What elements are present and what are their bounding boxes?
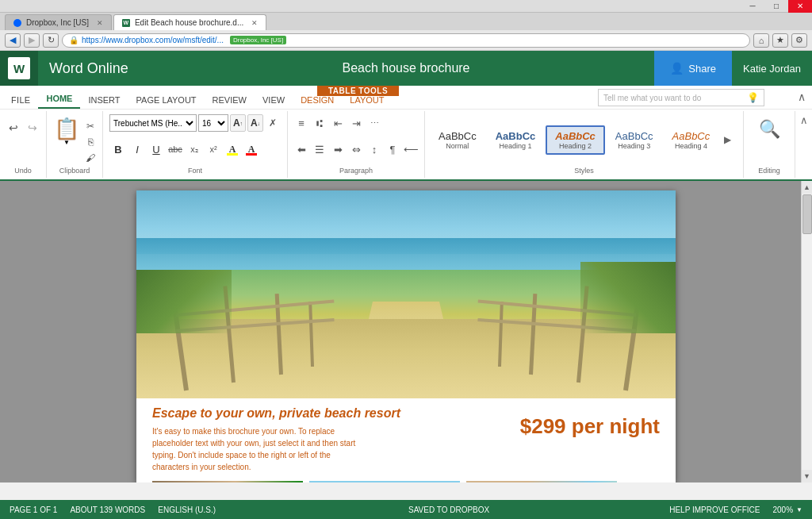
home-btn[interactable]: ⌂ <box>753 33 769 48</box>
bold-btn[interactable]: B <box>109 140 127 158</box>
cut-btn[interactable]: ✂ <box>83 119 98 133</box>
justify-btn[interactable]: ⇔ <box>347 140 365 158</box>
bullet-list-btn[interactable]: ≡ <box>293 114 310 132</box>
help-improve: HELP IMPROVE OFFICE <box>669 506 772 514</box>
tab-close-edit[interactable]: ✕ <box>251 19 258 27</box>
doc-content: Escape to your own, private beach resort… <box>136 398 676 481</box>
line-spacing-btn[interactable]: ↕ <box>366 140 383 158</box>
doc-page: Escape to your own, private beach resort… <box>136 190 676 482</box>
style-normal[interactable]: AaBbCc Normal <box>430 126 485 154</box>
copy-btn[interactable]: ⎘ <box>83 135 98 149</box>
browser-tab-edit[interactable]: W Edit Beach house brochure.d... ✕ <box>113 14 266 30</box>
zoom-control[interactable]: 200% ▼ <box>773 506 803 514</box>
tab-tools-label: TABLE TOOLS <box>317 86 399 96</box>
align-center-btn[interactable]: ☰ <box>311 140 328 158</box>
star-btn[interactable]: ★ <box>772 33 788 48</box>
style-h4[interactable]: AaBbCc Heading 4 <box>664 126 719 154</box>
find-btn[interactable]: 🔍 <box>759 119 780 140</box>
strikethrough-btn[interactable]: abc <box>167 140 184 158</box>
refresh-btn[interactable]: ↻ <box>43 33 59 48</box>
thumbnail-2 <box>309 481 460 482</box>
align-left-btn[interactable]: ⬅ <box>293 140 310 158</box>
user-name: Katie Jordan <box>732 63 812 75</box>
decrease-font-btn[interactable]: A↓ <box>247 114 263 132</box>
numbered-list-btn[interactable]: ⑆ <box>311 114 328 132</box>
tab-insert[interactable]: INSERT <box>80 91 128 109</box>
share-button[interactable]: 👤 Share <box>654 51 732 86</box>
maximize-btn[interactable]: □ <box>764 0 788 13</box>
more-list-btn[interactable]: ⋯ <box>366 114 383 132</box>
clear-format-btn[interactable]: ✗ <box>265 114 281 132</box>
save-status: SAVED TO DROPBOX <box>408 506 489 514</box>
undo-group-label: Undo <box>14 167 32 175</box>
doc-area: ▲ ▼ <box>0 181 812 482</box>
doc-title: Beach house brochure <box>343 61 470 75</box>
browser-tab-dropbox[interactable]: Dropbox, Inc [US] ✕ <box>5 14 112 30</box>
undo-btn[interactable]: ↩ <box>5 119 22 136</box>
increase-indent-btn[interactable]: ⇥ <box>347 114 365 132</box>
word-count: ABOUT 139 WORDS <box>70 506 158 514</box>
tab-label-edit: Edit Beach house brochure.d... <box>135 18 243 27</box>
increase-font-btn[interactable]: A↑ <box>230 114 246 132</box>
italic-btn[interactable]: I <box>128 140 146 158</box>
zoom-dropdown-icon: ▼ <box>796 506 802 513</box>
lock-icon: 🔒 <box>69 36 79 44</box>
style-h2[interactable]: AaBbCc Heading 2 <box>546 125 605 155</box>
address-bar[interactable]: 🔒 https://www.dropbox.com/ow/msft/edit/.… <box>62 33 750 48</box>
font-name-select[interactable]: Trebuchet MS (He... <box>109 114 197 132</box>
minimize-btn[interactable]: ─ <box>741 0 764 13</box>
style-h3[interactable]: AaBbCc Heading 3 <box>607 126 662 154</box>
styles-scroll-next[interactable]: ▶ <box>720 114 734 165</box>
paste-icon: 📋 <box>54 118 79 139</box>
close-btn[interactable]: ✕ <box>788 0 812 13</box>
doc-body-text: It's easy to make this brochure your own… <box>152 425 358 473</box>
ribbon-collapse-right[interactable]: ∧ <box>795 111 812 178</box>
pilcrow-btn[interactable]: ¶ <box>384 140 401 158</box>
tab-page-layout[interactable]: PAGE LAYOUT <box>128 91 205 109</box>
tab-file[interactable]: FILE <box>3 91 38 109</box>
align-right-btn[interactable]: ➡ <box>329 140 347 158</box>
style-h4-preview: AaBbCc <box>672 130 710 142</box>
search-bar[interactable]: Tell me what you want to do 💡 <box>598 89 764 106</box>
word-favicon: W <box>122 19 130 27</box>
rtl-btn[interactable]: ⟵ <box>402 140 419 158</box>
format-painter-btn[interactable]: 🖌 <box>83 151 98 165</box>
scrollbar-bottom-btn[interactable]: ▼ <box>801 470 812 482</box>
app-header: W Word Online Beach house brochure 👤 Sha… <box>0 51 812 86</box>
style-h4-name: Heading 4 <box>675 142 707 150</box>
scrollbar-top-btn[interactable]: ▲ <box>801 181 812 194</box>
underline-btn[interactable]: U <box>147 140 165 158</box>
beach-photo <box>136 190 676 398</box>
word-logo-icon: W <box>8 57 30 79</box>
tab-view[interactable]: VIEW <box>255 91 293 109</box>
app-name: Word Online <box>38 60 140 77</box>
subscript-btn[interactable]: x₂ <box>186 140 203 158</box>
forward-btn[interactable]: ▶ <box>24 33 40 48</box>
settings-btn[interactable]: ⚙ <box>791 33 807 48</box>
style-h3-preview: AaBbCc <box>615 130 653 142</box>
style-normal-preview: AaBbCc <box>439 130 477 142</box>
tab-close-dropbox[interactable]: ✕ <box>97 19 103 27</box>
ribbon-tabs-row: TABLE TOOLS FILE HOME INSERT PAGE LAYOUT… <box>0 86 812 110</box>
style-h1[interactable]: AaBbCc Heading 1 <box>487 126 545 154</box>
undo-group: ↩ ↪ Undo <box>0 111 47 178</box>
url-text: https://www.dropbox.com/ow/msft/edit/... <box>82 36 224 44</box>
paragraph-group: ≡ ⑆ ⇤ ⇥ ⋯ ⬅ ☰ ➡ ⇔ ↕ ¶ ⟵ Paragraph <box>288 111 425 178</box>
style-h1-name: Heading 1 <box>499 142 531 150</box>
style-h2-name: Heading 2 <box>559 142 592 150</box>
decrease-indent-btn[interactable]: ⇤ <box>329 114 347 132</box>
tab-home[interactable]: HOME <box>38 90 80 109</box>
ribbon-collapse-btn[interactable]: ∧ <box>798 90 806 103</box>
scrollbar-track <box>801 194 812 470</box>
font-color-btn[interactable]: A <box>243 140 260 158</box>
paste-btn[interactable]: 📋 ▼ <box>52 116 82 148</box>
highlight-btn[interactable]: A <box>224 140 241 158</box>
editing-group: 🔍 Editing <box>744 111 795 178</box>
tab-review[interactable]: REVIEW <box>205 91 255 109</box>
back-btn[interactable]: ◀ <box>5 33 21 48</box>
font-size-select[interactable]: 16 <box>198 114 228 132</box>
redo-btn[interactable]: ↪ <box>24 119 41 136</box>
scrollbar-thumb[interactable] <box>802 194 812 234</box>
font-group: Trebuchet MS (He... 16 A↑ A↓ ✗ B I U abc… <box>103 111 288 178</box>
superscript-btn[interactable]: x² <box>205 140 222 158</box>
